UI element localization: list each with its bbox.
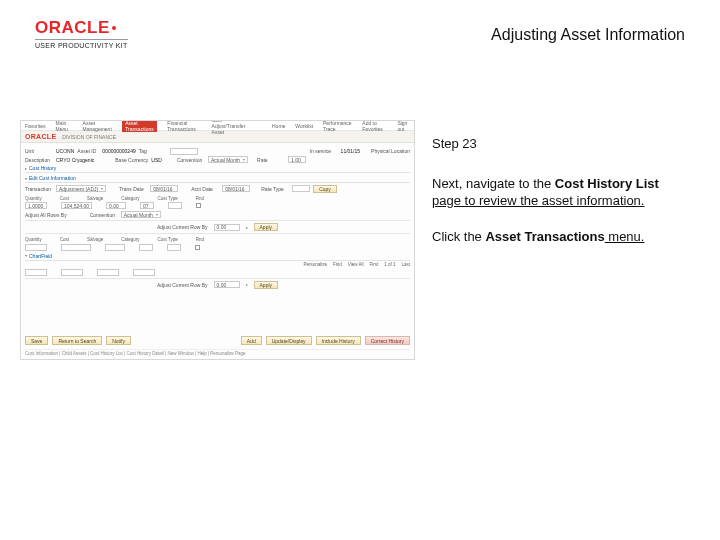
col-header: Quantity <box>25 196 42 201</box>
col-header: Quantity <box>25 237 42 242</box>
program-field[interactable] <box>97 269 119 276</box>
category-field[interactable]: 07 <box>140 202 154 209</box>
transaction-select[interactable]: Adjustment (ADJ) <box>56 185 106 192</box>
label: Description <box>25 157 53 163</box>
col-header: Cost <box>60 237 69 242</box>
tag-field[interactable] <box>170 148 198 155</box>
col-header: Category <box>121 196 139 201</box>
find-link[interactable]: Find <box>333 262 342 267</box>
project-field[interactable] <box>133 269 155 276</box>
adjust-convention-select[interactable]: Actual Month <box>121 211 161 218</box>
asset-transactions-menu[interactable]: Asset Transactions <box>122 120 157 132</box>
brand-block: ORACLE USER PRODUCTIVITY KIT <box>35 18 128 49</box>
nav-link[interactable]: Home <box>272 123 285 129</box>
nav-link[interactable]: Worklist <box>295 123 313 129</box>
text: page to review the asset information. <box>432 193 644 208</box>
lookup-icon[interactable]: ▸ <box>246 225 248 230</box>
adjust-amount-field[interactable]: 0.00 <box>214 281 240 288</box>
salvage-field[interactable] <box>105 244 125 251</box>
brand-subtitle: DIVISION OF FINANCE <box>62 134 116 140</box>
crumb[interactable]: Asset Management <box>83 120 113 132</box>
notify-button[interactable]: Notify <box>106 336 131 345</box>
rate-type-field[interactable] <box>292 185 310 192</box>
label: Trans Date <box>119 186 147 192</box>
text: Next, navigate to the <box>432 176 555 191</box>
crumb[interactable]: Main Menu <box>56 120 73 132</box>
viewall-link[interactable]: View All <box>348 262 364 267</box>
col-header: Rnd <box>196 196 204 201</box>
label: Convention <box>90 212 118 218</box>
oracle-word: ORACLE <box>35 18 110 38</box>
update-button[interactable]: Update/Display <box>266 336 312 345</box>
value: CRYO Cryogenic <box>56 157 94 163</box>
col-header: Salvage <box>87 237 103 242</box>
cost-type-field[interactable] <box>167 244 181 251</box>
page-title: Adjusting Asset Information <box>491 26 685 44</box>
quantity-field[interactable]: 1.0000 <box>25 202 47 209</box>
paging-label: 1 of 1 <box>384 262 395 267</box>
nav-link[interactable]: Performance Trace <box>323 120 352 132</box>
edit-cost-info-header[interactable]: Edit Cost Information <box>25 175 410 183</box>
label: Adjust Current Row By <box>157 224 208 230</box>
col-header: Cost <box>60 196 69 201</box>
page-footer: Save Return to Search Notify Add Update/… <box>21 336 414 345</box>
col-header: Salvage <box>87 196 103 201</box>
return-button[interactable]: Return to Search <box>52 336 102 345</box>
instruction-line-2: Click the Asset Transactions menu. <box>432 228 690 246</box>
rnd-checkbox[interactable] <box>195 245 200 250</box>
salvage-field[interactable]: 0.00 <box>106 202 126 209</box>
category-field[interactable] <box>139 244 153 251</box>
acct-date-field[interactable]: 08/01/16 <box>222 185 250 192</box>
nav-link[interactable]: Sign out <box>397 120 410 132</box>
add-button[interactable]: Add <box>241 336 262 345</box>
apply-button[interactable]: Apply <box>254 223 279 231</box>
apply-button[interactable]: Apply <box>254 281 279 289</box>
chartfield-header[interactable]: ChartField <box>25 253 410 261</box>
label: Rate <box>257 157 285 163</box>
cost-field[interactable] <box>61 244 91 251</box>
rnd-checkbox[interactable] <box>196 203 201 208</box>
copy-button[interactable]: Copy <box>313 185 337 193</box>
correct-history-button[interactable]: Correct History <box>365 336 410 345</box>
trans-date-field[interactable]: 08/01/16 <box>150 185 178 192</box>
text: Click the <box>432 229 485 244</box>
edit-cost-info-section: Edit Cost Information Transaction Adjust… <box>25 175 410 289</box>
value: UCONN <box>56 148 74 154</box>
oracle-word: ORACLE <box>25 133 56 140</box>
nav-link[interactable]: Add to Favorites <box>362 120 387 132</box>
cost-history-header[interactable]: Cost History <box>25 165 410 173</box>
crumb[interactable]: Cost Adjust/Transfer Asset <box>212 120 252 135</box>
upk-label: USER PRODUCTIVITY KIT <box>35 39 128 49</box>
cost-field[interactable]: 104,524.00 <box>61 202 92 209</box>
crumb[interactable]: Financial Transactions <box>167 120 201 132</box>
label: In service <box>310 148 338 154</box>
last-link[interactable]: Last <box>401 262 410 267</box>
bottom-links[interactable]: Cost Information | Child Assets | Cost H… <box>25 349 410 356</box>
asset-header-row2: Description CRYO Cryogenic Base Currency… <box>25 156 410 163</box>
dept-field[interactable] <box>61 269 83 276</box>
convention-select[interactable]: Actual Month <box>208 156 248 163</box>
quantity-field[interactable] <box>25 244 47 251</box>
cost-type-field[interactable] <box>168 202 182 209</box>
lookup-icon[interactable]: ▸ <box>246 282 248 287</box>
col-header: Rnd <box>196 237 204 242</box>
adjust-amount-field[interactable]: 0.00 <box>214 224 240 231</box>
label: Physical Location <box>371 148 410 154</box>
oracle-logo: ORACLE <box>35 18 128 38</box>
include-history-button[interactable]: Include History <box>316 336 361 345</box>
col-header: Cost Type <box>158 196 178 201</box>
save-button[interactable]: Save <box>25 336 48 345</box>
oracle-dot-icon <box>112 26 116 30</box>
label: Asset ID <box>77 148 99 154</box>
label: Rate Type <box>261 186 289 192</box>
value: 000000000249 <box>102 148 135 154</box>
personalize-link[interactable]: Personalize <box>304 262 328 267</box>
label: Tag <box>139 148 167 154</box>
breadcrumb: Favorites Main Menu Asset Management Ass… <box>21 121 414 131</box>
first-link[interactable]: First <box>369 262 378 267</box>
rate-field[interactable]: 1.00 <box>288 156 306 163</box>
label: Adjust Current Row By <box>157 282 208 288</box>
fund-field[interactable] <box>25 269 47 276</box>
label: Convention <box>177 157 205 163</box>
crumb[interactable]: Favorites <box>25 123 46 129</box>
